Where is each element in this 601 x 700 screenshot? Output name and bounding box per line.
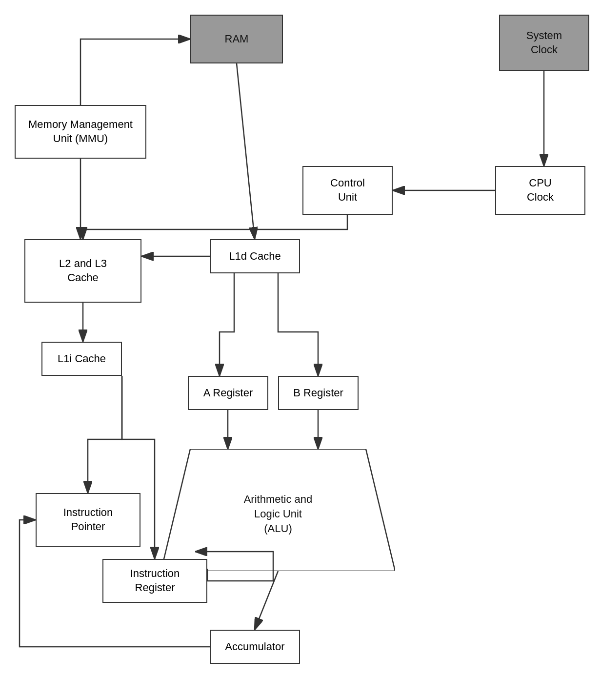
l1d-cache-box: L1d Cache	[210, 239, 300, 273]
svg-text:Logic Unit: Logic Unit	[254, 508, 302, 520]
a-register-box: A Register	[188, 376, 268, 410]
ram-box: RAM	[190, 15, 283, 63]
svg-line-8	[237, 63, 255, 239]
instruction-register-box: InstructionRegister	[102, 559, 207, 603]
svg-line-15	[255, 571, 278, 630]
system-clock-box: SystemClock	[499, 15, 589, 71]
alu-box: Arithmetic and Logic Unit (ALU)	[161, 449, 395, 571]
instruction-pointer-box: InstructionPointer	[36, 493, 140, 547]
l2l3-cache-box: L2 and L3Cache	[24, 239, 141, 303]
svg-text:Arithmetic and: Arithmetic and	[244, 493, 313, 505]
mmu-box: Memory ManagementUnit (MMU)	[15, 105, 146, 159]
accumulator-box: Accumulator	[210, 630, 300, 664]
cpu-clock-box: CPUClock	[495, 166, 585, 215]
l1i-cache-box: L1i Cache	[41, 342, 122, 376]
b-register-box: B Register	[278, 376, 359, 410]
svg-text:(ALU): (ALU)	[264, 522, 292, 535]
diagram: RAM SystemClock Memory ManagementUnit (M…	[0, 0, 601, 700]
control-unit-box: ControlUnit	[302, 166, 393, 215]
